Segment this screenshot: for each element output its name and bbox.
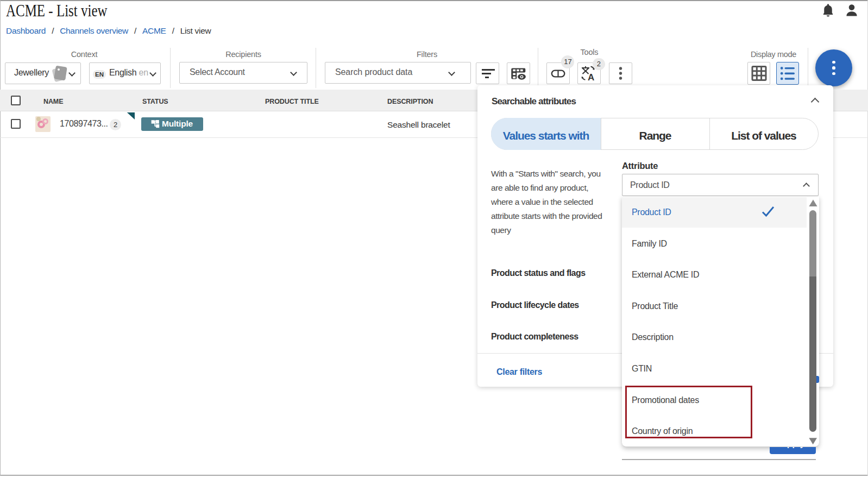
svg-text:A: A (588, 72, 594, 83)
